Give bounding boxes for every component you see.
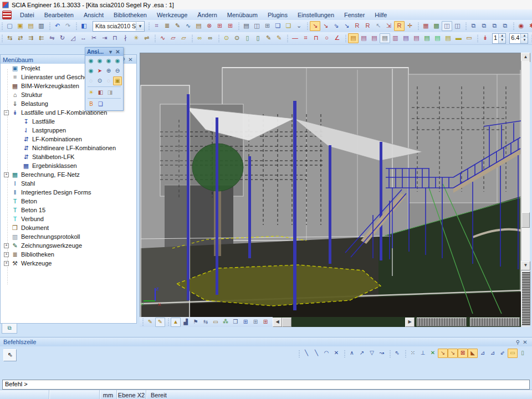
- tree-item-lastf-lle[interactable]: ↧Lastfälle: [1, 117, 136, 126]
- snap-length-icon[interactable]: ⇙: [498, 349, 508, 358]
- pin-icon[interactable]: ⚲: [514, 339, 521, 345]
- snap-intersection-icon[interactable]: ✕: [428, 349, 438, 358]
- beam-render-12-icon[interactable]: ▭: [464, 33, 474, 43]
- spinner-arrows[interactable]: ▲▼: [498, 34, 505, 43]
- tree-item-lf-kombinationen[interactable]: ⇵LF-Kombinationen: [1, 135, 136, 144]
- snap-arc-center-icon[interactable]: ⊿: [478, 349, 488, 358]
- menu-fenster[interactable]: Fenster: [339, 10, 370, 20]
- tree-item-nichtlineare-lf-kombinationen[interactable]: ⇵Nichtlineare LF-Kombinationen: [1, 144, 136, 152]
- menu-hilfe[interactable]: Hilfe: [370, 10, 392, 20]
- menu-menuebaum[interactable]: Menübaum: [222, 10, 263, 20]
- draw-angle-icon[interactable]: ∠: [332, 33, 342, 43]
- project-browser-icon[interactable]: ◧: [79, 21, 89, 31]
- tree-item-berechnungsprotokoll[interactable]: ▥Berechnungsprotokoll: [1, 232, 136, 241]
- print-icon[interactable]: ▤: [241, 21, 252, 31]
- mirror-icon[interactable]: ⇋: [47, 33, 57, 43]
- active-project-dropdown[interactable]: Kita scia2010 Segel ▾: [93, 21, 145, 32]
- tree-item-stahlbeton-lfk[interactable]: ⇵Stahlbeton-LFK: [1, 152, 136, 161]
- menu-einstellungen[interactable]: Einstellungen: [293, 10, 339, 20]
- load-scale-spinner[interactable]: 6.4 ▲▼: [509, 33, 528, 44]
- results-display-icon[interactable]: ▟: [181, 318, 191, 327]
- view-perspective-icon[interactable]: ◉: [86, 66, 95, 75]
- tree-item-zeichnungswerkzeuge[interactable]: +✎Zeichnungswerkzeuge: [1, 241, 136, 250]
- clipboard-picture-icon[interactable]: B: [86, 100, 96, 109]
- draw-grid-icon[interactable]: ⌗: [300, 33, 311, 43]
- move-node-icon[interactable]: ⇆: [4, 33, 15, 43]
- split-icon[interactable]: ∤: [120, 33, 131, 43]
- scroll-right-button[interactable]: ▶: [405, 318, 415, 327]
- beam-render-1-icon[interactable]: ▤: [348, 33, 359, 43]
- close-icon[interactable]: ✕: [521, 339, 529, 345]
- fe-mesh-display-icon[interactable]: ⁂: [221, 318, 231, 327]
- select-working-plane-icon[interactable]: ✛: [405, 21, 415, 31]
- structure-display-icon[interactable]: ▲: [171, 318, 181, 327]
- picture-icon[interactable]: ▦: [421, 21, 431, 31]
- walk-mode-icon[interactable]: ➤: [95, 66, 104, 75]
- draw-circle-icon[interactable]: ○: [321, 33, 332, 43]
- vertical-scrollbar-track[interactable]: [521, 61, 530, 260]
- deselect-icon[interactable]: R: [362, 21, 373, 31]
- snap-midpoint-icon[interactable]: ↘: [438, 349, 448, 358]
- zoom-selection-icon[interactable]: ◌: [104, 76, 113, 85]
- vertical-resize-handle[interactable]: [521, 271, 530, 325]
- join-icon[interactable]: ⊓: [110, 33, 120, 43]
- tree-item-stahl[interactable]: IStahl: [1, 179, 136, 188]
- chevron-down-icon[interactable]: ▾: [136, 22, 144, 30]
- explode-icon[interactable]: ✳: [131, 33, 141, 43]
- snap-line-icon[interactable]: ╲: [301, 349, 311, 358]
- select-by-property-icon[interactable]: R: [394, 21, 405, 31]
- tree-item-werkzeuge[interactable]: +⚒Werkzeuge: [1, 259, 136, 268]
- cascade-window-icon[interactable]: ⧉: [468, 21, 479, 31]
- open-project-icon[interactable]: ▣: [15, 21, 25, 31]
- zoom-all-icon[interactable]: ⊙: [95, 76, 104, 85]
- light-icon[interactable]: ☀: [86, 88, 96, 97]
- selection-filter-icon[interactable]: ∿: [183, 21, 193, 31]
- select-poly-icon[interactable]: ↘: [320, 21, 331, 31]
- calculator-icon[interactable]: ⊞: [262, 21, 273, 31]
- snap-line2-icon[interactable]: ╲: [311, 349, 321, 358]
- reverse-icon[interactable]: ⇌: [141, 33, 152, 43]
- beam-render-3-icon[interactable]: ▤: [369, 33, 380, 43]
- tree-expander-plus[interactable]: +: [4, 252, 9, 257]
- table-display3-icon[interactable]: ⊞: [260, 318, 270, 327]
- layers-icon[interactable]: ≣: [162, 21, 172, 31]
- beam-render-4-icon[interactable]: ▤: [380, 33, 390, 43]
- beam-render-11-icon[interactable]: ▬: [453, 33, 464, 43]
- tree-item-bibliotheken[interactable]: +≣Bibliotheken: [1, 250, 136, 259]
- spinner-arrows[interactable]: ▲▼: [520, 34, 528, 43]
- chain-icon[interactable]: ∞: [195, 33, 205, 43]
- zoom-in-icon[interactable]: ⊕: [104, 66, 113, 75]
- bim-toolbox-icon[interactable]: ⌗: [151, 21, 162, 31]
- copy-element-icon[interactable]: ⇇: [36, 33, 47, 43]
- sidebar-tab-menutree[interactable]: ⧉: [2, 324, 17, 334]
- menu-werkzeuge[interactable]: Werkzeuge: [152, 10, 192, 20]
- chain2-icon[interactable]: ∞: [205, 33, 216, 43]
- numbering-icon[interactable]: ❒: [231, 318, 241, 327]
- tree-expander-plus[interactable]: +: [4, 243, 9, 248]
- fe-mesh-icon[interactable]: ⊗: [204, 21, 214, 31]
- snap-surface-icon[interactable]: ▽: [367, 349, 377, 358]
- viewport-3d[interactable]: Z Y X: [140, 53, 522, 318]
- search-icon[interactable]: ⊙: [221, 33, 232, 43]
- beam-render-10-icon[interactable]: ▤: [443, 33, 453, 43]
- paste-properties-icon[interactable]: ▯: [253, 33, 263, 43]
- new-document-icon[interactable]: ▢: [4, 21, 15, 31]
- snap-curve-icon[interactable]: ↝: [377, 349, 387, 358]
- label-box-icon[interactable]: ▭: [211, 318, 221, 327]
- beam-render-9-icon[interactable]: ▤: [432, 33, 443, 43]
- layer-edit-icon[interactable]: ✎: [172, 21, 183, 31]
- snap-anchor-icon[interactable]: ↡: [480, 33, 490, 43]
- close-project-icon[interactable]: ▤: [25, 21, 36, 31]
- snap-delete-icon[interactable]: ✕: [331, 349, 341, 358]
- horizontal-scrollbar-thumb[interactable]: [470, 318, 520, 326]
- table-results-icon[interactable]: ⊞: [214, 21, 225, 31]
- tile-window-icon[interactable]: ⧉: [479, 21, 489, 31]
- polygon-select-icon[interactable]: ▱: [168, 33, 178, 43]
- snap-columns-icon[interactable]: ▯: [518, 349, 528, 358]
- menu-ansicht[interactable]: Ansicht: [79, 10, 109, 20]
- snap-arc-icon[interactable]: ◠: [321, 349, 331, 358]
- snap-tangent-icon[interactable]: ◣: [468, 349, 478, 358]
- palette-header[interactable]: Ansi... ▾ ✕: [85, 48, 123, 56]
- tree-expander-plus[interactable]: +: [4, 261, 9, 266]
- camera-restore-icon[interactable]: ◨: [105, 88, 115, 97]
